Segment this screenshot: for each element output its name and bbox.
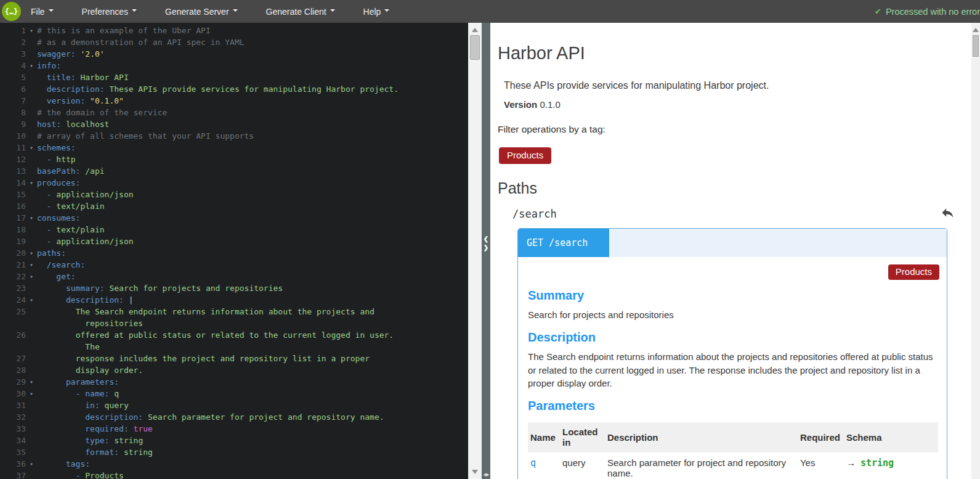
fold-gutter	[26, 399, 37, 411]
http-method: GET	[527, 237, 543, 248]
code-text: required: true	[37, 423, 153, 435]
fold-icon[interactable]: ▾	[26, 60, 37, 72]
fold-gutter	[26, 165, 37, 177]
code-text: # this is an example of the Uber API	[37, 25, 211, 36]
fold-icon[interactable]: ▾	[26, 25, 37, 36]
line-number: 25	[0, 306, 26, 317]
fold-gutter	[26, 130, 37, 142]
code-line: 15 - application/json	[0, 189, 468, 200]
fold-icon[interactable]: ▾	[26, 271, 37, 282]
fold-icon[interactable]: ▾	[26, 458, 37, 470]
fold-gutter	[26, 435, 37, 446]
column-header: Located in	[561, 422, 606, 452]
menu-preferences[interactable]: Preferences	[68, 0, 151, 23]
table-cell: Yes	[799, 452, 845, 479]
param-name-cell: q	[528, 452, 561, 479]
code-text: get:	[37, 271, 76, 282]
page-scrollbar-thumb[interactable]	[973, 35, 979, 57]
scroll-down-icon[interactable]	[472, 470, 478, 474]
line-number: 37	[0, 470, 26, 479]
code-text: info:	[37, 60, 61, 72]
fold-gutter	[26, 72, 37, 83]
code-line: 22▾ get:	[0, 271, 468, 282]
code-text: - text/plain	[37, 200, 105, 212]
fold-gutter	[26, 341, 37, 353]
page-title: Harbor API	[498, 43, 980, 63]
menu-generate-client[interactable]: Generate Client	[252, 0, 349, 23]
yaml-editor[interactable]: 1▾# this is an example of the Uber API2#…	[0, 23, 468, 479]
fold-icon[interactable]: ▾	[26, 259, 37, 271]
code-text: type: string	[37, 435, 143, 446]
collapse-right-icon[interactable]: ❯	[484, 245, 488, 251]
code-line: 36▾ tags:	[0, 458, 468, 470]
code-text: /search:	[37, 259, 85, 271]
fold-gutter	[26, 470, 37, 479]
fold-gutter	[26, 329, 37, 341]
version-value: 0.1.0	[540, 99, 560, 110]
menu-label: Preferences	[82, 7, 128, 17]
code-text: offered at public status or related to t…	[37, 329, 394, 341]
code-text: display order.	[37, 364, 143, 376]
scroll-up-icon[interactable]	[472, 28, 478, 32]
menu-generate-server[interactable]: Generate Server	[151, 0, 252, 23]
code-line: 13basePath: /api	[0, 165, 468, 177]
code-text: - application/json	[37, 189, 134, 200]
filter-label: Filter operations by a tag:	[498, 124, 980, 135]
fold-gutter	[26, 36, 37, 48]
chevron-down-icon	[49, 9, 54, 14]
arrow-right-icon: →	[846, 457, 856, 468]
code-line: 28 display order.	[0, 364, 468, 376]
fold-icon[interactable]: ▾	[26, 177, 37, 189]
summary-heading: Summary	[528, 289, 939, 303]
scroll-up-icon[interactable]	[973, 28, 979, 32]
menu-help[interactable]: Help	[349, 0, 404, 23]
code-text: description: |	[37, 294, 134, 306]
code-line: 7 version: "0.1.0"	[0, 95, 468, 107]
code-line: repositories	[0, 317, 468, 329]
editor-scrollbar[interactable]	[468, 23, 482, 479]
line-number: 2	[0, 36, 26, 48]
line-number: 9	[0, 118, 26, 130]
fold-icon[interactable]: ▾	[26, 142, 37, 154]
page-scrollbar[interactable]	[971, 23, 980, 479]
code-line: 37 - Products	[0, 470, 468, 479]
code-line: 2# as a demonstration of an API spec in …	[0, 36, 468, 48]
endpoint-path-line: /search	[512, 208, 980, 220]
fold-gutter	[26, 282, 37, 294]
line-number: 27	[0, 353, 26, 364]
code-line: 27 response includes the project and rep…	[0, 353, 468, 364]
code-line: 31 in: query	[0, 399, 468, 411]
fold-icon[interactable]: ▾	[26, 388, 37, 399]
fold-icon[interactable]: ▾	[26, 294, 37, 306]
code-line: 9host: localhost	[0, 118, 468, 130]
collapse-left-icon[interactable]: ❮	[484, 236, 488, 242]
line-number: 4	[0, 60, 26, 72]
fold-icon[interactable]: ▾	[26, 247, 37, 259]
schema-type: string	[861, 457, 894, 469]
chevron-down-icon	[330, 9, 335, 14]
column-header: Description	[606, 422, 799, 452]
editor-scrollbar-thumb[interactable]	[470, 35, 480, 60]
operation-tag-badge[interactable]: Products	[888, 264, 939, 280]
menu-file[interactable]: File	[17, 0, 68, 23]
code-text: # array of all schemes that your API sup…	[37, 130, 254, 142]
operation-body: Products Summary Search for projects and…	[518, 257, 947, 479]
description-text: The Search endpoint returns information …	[528, 350, 939, 390]
fold-gutter	[26, 95, 37, 107]
parameters-heading: Parameters	[528, 399, 939, 413]
resize-handle-icon[interactable]: ◀▶	[484, 472, 489, 477]
endpoint-path: /search	[512, 208, 557, 220]
code-text: basePath: /api	[37, 165, 105, 177]
back-to-top-arrow-icon[interactable]	[941, 206, 954, 218]
fold-icon[interactable]: ▾	[26, 376, 37, 388]
tag-filter-button[interactable]: Products	[499, 147, 551, 164]
fold-gutter	[26, 235, 37, 247]
code-text: format: string	[37, 446, 153, 458]
method-tab-get[interactable]: GET /search	[518, 229, 609, 257]
line-number: 31	[0, 399, 26, 411]
fold-icon[interactable]: ▾	[26, 212, 37, 224]
line-number: 26	[0, 329, 26, 341]
code-line: 4▾info:	[0, 60, 468, 72]
line-number: 28	[0, 364, 26, 376]
pane-splitter[interactable]: ❮ ❯ ◀▶	[482, 23, 490, 479]
